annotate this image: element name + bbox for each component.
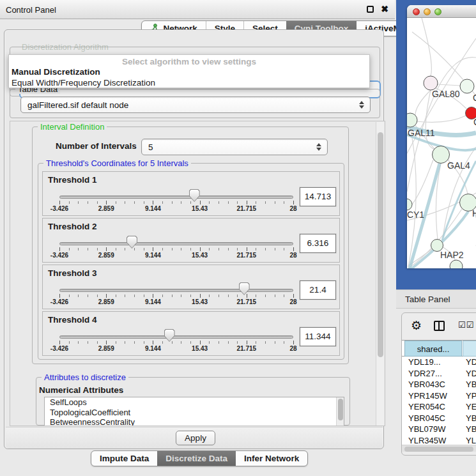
tick-label: 21.715 <box>237 298 257 305</box>
threshold-slider-track[interactable] <box>59 335 293 339</box>
tick-label: 15.43 <box>192 298 208 305</box>
network-window-titlebar[interactable] <box>407 5 476 18</box>
close-traffic-icon[interactable] <box>413 8 420 15</box>
thresholds-group-title: Threshold's Coordinates for 5 Intervals <box>43 158 191 168</box>
interval-definition-title: Interval Definition <box>38 122 107 132</box>
cell-name: YBR0 <box>466 379 476 390</box>
cell-shared-name: YBR043C <box>408 379 445 390</box>
table-row[interactable]: YBR043CYBR0 <box>402 379 476 390</box>
tab-infer-network[interactable]: Infer Network <box>236 451 307 466</box>
threshold-slider-track[interactable] <box>59 242 293 245</box>
list-scrollbar[interactable] <box>336 397 344 426</box>
table-row[interactable]: YLR345WYLR3 <box>402 435 476 445</box>
gear-icon[interactable]: ⚙ <box>411 318 422 333</box>
algorithm-option[interactable]: Equal Width/Frequency Discretization <box>9 77 369 88</box>
minimize-traffic-icon[interactable] <box>424 8 431 15</box>
checkbox-icons[interactable]: ☑☑ <box>458 320 474 330</box>
spinner-arrows-icon <box>359 101 364 109</box>
tick-label: 21.715 <box>237 252 257 259</box>
network-edge[interactable] <box>417 116 466 122</box>
close-icon[interactable]: ✖ <box>381 4 388 14</box>
table-row[interactable]: YPR145WYPR1 <box>402 390 476 402</box>
network-node-gal11[interactable] <box>407 113 417 127</box>
cell-name: YDL1 <box>466 357 476 368</box>
apply-toolbar: Apply <box>6 427 383 449</box>
tab-label: Impute Data <box>100 454 149 463</box>
threshold-panel: Threshold 2 6.316 -3.4262.8599.14415.432… <box>42 218 340 263</box>
threshold-slider-thumb[interactable] <box>127 236 137 249</box>
cell-name: YER0 <box>466 401 476 413</box>
cell-shared-name: YLR345W <box>408 435 446 445</box>
node-label: HAP2 <box>440 250 464 260</box>
column-header-shared-name[interactable]: shared... <box>404 341 462 357</box>
threshold-slider-track[interactable] <box>59 289 293 292</box>
cell-name: YBR0 <box>466 413 476 424</box>
apply-button[interactable]: Apply <box>176 431 215 445</box>
threshold-panel: Threshold 3 21.4 -3.4262.8599.14415.4321… <box>42 265 340 309</box>
network-edge[interactable] <box>437 84 461 86</box>
attribute-list-item[interactable]: SelfLoops <box>45 397 344 408</box>
vertical-scrollbar[interactable] <box>376 122 384 426</box>
network-node-gal80[interactable] <box>424 76 438 90</box>
threshold-slider-track[interactable] <box>59 196 293 199</box>
network-canvas[interactable]: GAL80GACGAL11GAL4GCY1HHAP2 <box>407 18 476 268</box>
threshold-label: Threshold 1 <box>48 175 97 185</box>
table-row[interactable]: YDR27...YDR2 <box>402 368 476 380</box>
threshold-value-field[interactable]: 21.4 <box>300 280 336 300</box>
network-view-window[interactable]: GAL80GACGAL11GAL4GCY1HHAP2 <box>407 5 476 268</box>
algorithm-dropdown-popup: Select algorithm to view settings Manual… <box>8 54 370 88</box>
discretization-algorithm-title: Discretization Algorithm <box>19 42 111 52</box>
number-of-intervals-label: Number of Intervals <box>56 141 137 151</box>
table-panel-titlebar: Table Panel <box>396 289 476 309</box>
settings-scroll-area: Interval Definition Number of Intervals … <box>10 121 385 426</box>
tick-label: -3.426 <box>50 252 68 259</box>
threshold-value-field[interactable]: 6.316 <box>300 234 336 253</box>
threshold-slider-thumb[interactable] <box>189 189 200 202</box>
network-node[interactable] <box>450 260 463 268</box>
tab-discretize-data[interactable]: Discretize Data <box>157 451 236 466</box>
node-label: GAL4 <box>447 160 470 171</box>
network-edge[interactable] <box>407 58 476 192</box>
attribute-list-item[interactable]: TopologicalCoefficient <box>45 408 344 418</box>
table-row[interactable]: YER054CYER0 <box>402 401 476 413</box>
threshold-value-field[interactable]: 11.344 <box>300 327 336 346</box>
tab-impute-data[interactable]: Impute Data <box>91 451 157 466</box>
float-window-icon[interactable] <box>367 6 374 13</box>
threshold-slider-thumb[interactable] <box>239 282 250 295</box>
cell-name: YBL0 <box>466 424 476 435</box>
cell-shared-name: YBR045C <box>408 413 445 424</box>
table-row[interactable]: YBL079WYBL0 <box>402 424 476 435</box>
threshold-slider-thumb[interactable] <box>164 329 175 342</box>
network-node-ga[interactable] <box>460 79 474 93</box>
network-node-gcy1[interactable] <box>407 199 412 210</box>
tick-label: 2.859 <box>98 252 114 259</box>
horizontal-scrollbar[interactable] <box>402 445 476 452</box>
numerical-attributes-list[interactable]: SelfLoopsTopologicalCoefficientBetweenne… <box>44 397 344 426</box>
tick-label: 28 <box>289 252 296 259</box>
tick-label: 9.144 <box>145 298 161 305</box>
table-row[interactable]: YBR045CYBR0 <box>402 413 476 424</box>
zoom-traffic-icon[interactable] <box>434 8 441 15</box>
threshold-label: Threshold 3 <box>48 268 97 278</box>
tick-label: 28 <box>289 298 296 305</box>
tick-label: 28 <box>289 205 296 212</box>
table-data-combo[interactable]: galFiltered.sif default node <box>20 96 371 113</box>
threshold-panel: Threshold 1 14.713 -3.4262.8599.14415.43… <box>42 171 340 216</box>
table-row[interactable]: YDL19...YDL1 <box>402 357 476 368</box>
column-header-name[interactable]: n <box>463 341 476 357</box>
threshold-value-field[interactable]: 14.713 <box>300 187 336 206</box>
thresholds-group: Threshold's Coordinates for 5 Intervals … <box>38 163 344 360</box>
panel-title: Control Panel <box>6 5 56 15</box>
algorithm-option[interactable]: Manual Discretization <box>9 66 369 77</box>
attribute-list-item[interactable]: BetweennessCentrality <box>45 417 344 426</box>
columns-icon[interactable] <box>434 321 445 331</box>
cell-shared-name: YER054C <box>408 401 445 413</box>
number-of-intervals-combo[interactable]: 5 <box>141 139 328 155</box>
interval-definition-group: Interval Definition Number of Intervals … <box>32 127 349 364</box>
slider-major-ticks <box>59 201 294 204</box>
tick-label: 2.859 <box>98 345 114 352</box>
tick-label: 2.859 <box>98 298 114 305</box>
threshold-label: Threshold 4 <box>48 315 97 325</box>
network-edge[interactable] <box>422 18 431 76</box>
table-panel-title: Table Panel <box>405 295 450 304</box>
